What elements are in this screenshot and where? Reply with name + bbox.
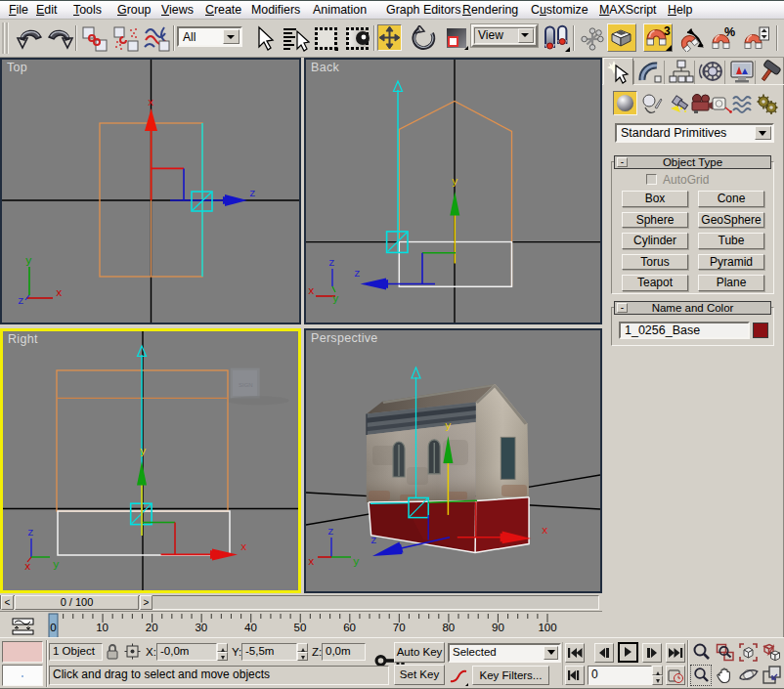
svg-text:z: z <box>328 257 335 269</box>
svg-text:20: 20 <box>146 622 158 633</box>
svg-text:x: x <box>308 556 315 568</box>
svg-text:x: x <box>56 287 63 299</box>
svg-text:y: y <box>53 559 60 571</box>
svg-text:z: z <box>370 535 377 546</box>
svg-text:y: y <box>25 255 32 267</box>
svg-text:80: 80 <box>442 622 455 633</box>
svg-text:x: x <box>240 541 247 553</box>
svg-text:90: 90 <box>492 622 504 633</box>
svg-text:y: y <box>332 293 339 305</box>
svg-text:x: x <box>308 285 315 297</box>
svg-text:3: 3 <box>664 24 671 38</box>
svg-text:x: x <box>542 525 548 537</box>
svg-text:0: 0 <box>50 622 56 633</box>
svg-text:x: x <box>24 561 31 573</box>
svg-text:%: % <box>724 25 735 39</box>
svg-text:y: y <box>140 446 147 457</box>
svg-text:z: z <box>27 527 34 538</box>
svg-text:50: 50 <box>294 622 307 633</box>
svg-text:x: x <box>148 97 154 108</box>
svg-text:60: 60 <box>343 622 356 633</box>
svg-text:SIGN: SIGN <box>239 382 253 388</box>
svg-text:30: 30 <box>195 622 207 633</box>
svg-text:40: 40 <box>244 622 257 633</box>
svg-text:y: y <box>445 420 452 432</box>
svg-text:y: y <box>353 556 360 568</box>
svg-text:10: 10 <box>96 622 109 633</box>
svg-text:z: z <box>18 295 24 307</box>
svg-text:z: z <box>249 188 256 199</box>
svg-text:z: z <box>327 526 334 538</box>
svg-text:100: 100 <box>538 622 556 633</box>
svg-text:z: z <box>354 268 361 280</box>
svg-text:70: 70 <box>393 622 406 633</box>
svg-text:y: y <box>452 176 458 188</box>
